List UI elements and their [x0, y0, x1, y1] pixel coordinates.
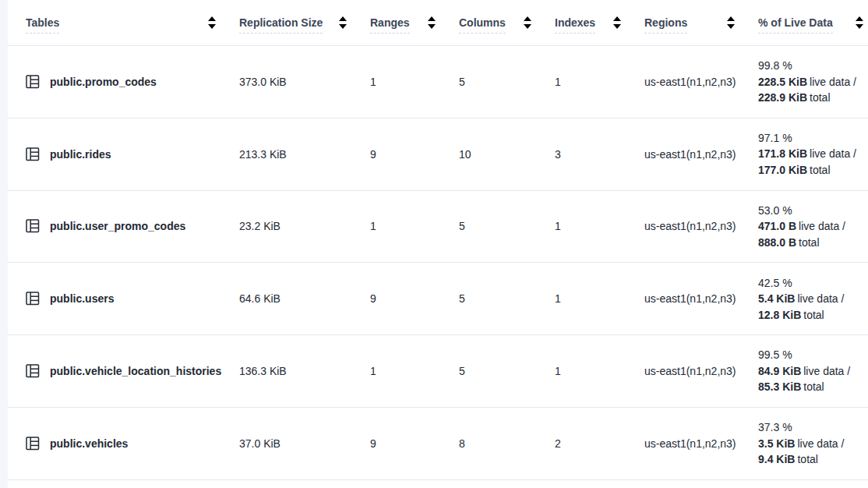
regions-cell: us-east1(n1,n2,n3) — [644, 292, 758, 305]
column-header-pct-live-data[interactable]: % of Live Data — [758, 12, 868, 34]
sort-icon[interactable] — [524, 16, 531, 29]
live-data-percent: 99.5 % — [758, 347, 865, 363]
live-data-cell: 53.0 % 471.0 Blive data / 888.0 Btotal — [758, 203, 868, 251]
table-name: public.vehicle_location_histories — [50, 365, 221, 377]
columns-cell: 8 — [459, 437, 555, 450]
live-data-amount: 3.5 KiBlive data / — [758, 436, 865, 452]
table-header-row: Tables Replication Size Ranges Columns I… — [8, 0, 868, 46]
column-label: Columns — [459, 16, 506, 34]
replication-size-cell: 213.3 KiB — [239, 148, 370, 161]
replication-size-cell: 23.2 KiB — [239, 220, 370, 232]
table-row[interactable]: public.users 64.6 KiB 9 5 1 us-east1(n1,… — [8, 263, 868, 335]
column-header-ranges[interactable]: Ranges — [370, 12, 459, 34]
table-row[interactable]: public.vehicle_location_histories 136.3 … — [8, 335, 868, 408]
indexes-cell: 1 — [555, 220, 644, 232]
columns-cell: 5 — [459, 76, 555, 88]
live-data-percent: 99.8 % — [758, 58, 865, 74]
replication-size-cell: 136.3 KiB — [239, 365, 370, 377]
replication-size-cell: 37.0 KiB — [239, 437, 370, 450]
ranges-cell: 9 — [370, 292, 459, 305]
column-header-tables[interactable]: Tables — [26, 12, 239, 34]
columns-cell: 5 — [459, 292, 555, 305]
table-name-cell[interactable]: public.promo_codes — [26, 75, 239, 89]
column-label: Replication Size — [239, 16, 323, 34]
live-data-percent: 53.0 % — [758, 203, 865, 219]
column-label: Indexes — [555, 16, 595, 34]
table-name-cell[interactable]: public.rides — [26, 147, 239, 161]
column-label: Regions — [644, 16, 687, 34]
sort-icon[interactable] — [856, 16, 863, 29]
columns-cell: 5 — [459, 365, 555, 377]
indexes-cell: 3 — [555, 148, 644, 161]
total-data-amount: 177.0 KiBtotal — [758, 162, 865, 179]
table-name: public.vehicles — [50, 437, 128, 450]
sort-icon[interactable] — [428, 16, 436, 29]
regions-cell: us-east1(n1,n2,n3) — [644, 437, 758, 450]
indexes-cell: 1 — [555, 76, 644, 88]
ranges-cell: 9 — [370, 437, 459, 450]
regions-cell: us-east1(n1,n2,n3) — [644, 220, 758, 232]
table-name-cell[interactable]: public.vehicles — [26, 437, 239, 451]
table-row[interactable]: public.vehicles 37.0 KiB 9 8 2 us-east1(… — [8, 408, 868, 480]
column-header-indexes[interactable]: Indexes — [555, 12, 644, 34]
table-icon — [26, 437, 40, 451]
indexes-cell: 1 — [555, 292, 644, 305]
table-name-cell[interactable]: public.vehicle_location_histories — [26, 364, 239, 378]
sort-icon[interactable] — [339, 16, 347, 29]
indexes-cell: 2 — [555, 437, 644, 450]
column-header-regions[interactable]: Regions — [644, 12, 758, 34]
table-icon — [26, 292, 40, 306]
replication-size-cell: 373.0 KiB — [239, 76, 370, 88]
live-data-amount: 228.5 KiBlive data / — [758, 74, 865, 90]
live-data-amount: 171.8 KiBlive data / — [758, 146, 865, 162]
table-name: public.promo_codes — [50, 76, 157, 88]
total-data-amount: 9.4 KiBtotal — [758, 451, 865, 468]
live-data-cell: 37.3 % 3.5 KiBlive data / 9.4 KiBtotal — [758, 419, 868, 468]
total-data-amount: 228.9 KiBtotal — [758, 90, 865, 106]
column-header-replication-size[interactable]: Replication Size — [239, 12, 370, 34]
table-icon — [26, 147, 40, 161]
ranges-cell: 9 — [370, 148, 459, 161]
indexes-cell: 1 — [555, 365, 644, 377]
sort-icon[interactable] — [613, 16, 621, 29]
column-header-columns[interactable]: Columns — [459, 12, 555, 34]
table-row[interactable]: public.rides 213.3 KiB 9 10 3 us-east1(n… — [8, 118, 868, 191]
table-icon — [26, 219, 40, 233]
table-icon — [26, 364, 40, 378]
sort-icon[interactable] — [727, 16, 735, 29]
total-data-amount: 12.8 KiBtotal — [758, 307, 865, 324]
replication-size-cell: 64.6 KiB — [239, 292, 370, 305]
live-data-cell: 97.1 % 171.8 KiBlive data / 177.0 KiBtot… — [758, 130, 868, 179]
column-label: Ranges — [370, 16, 410, 34]
regions-cell: us-east1(n1,n2,n3) — [644, 365, 758, 377]
ranges-cell: 1 — [370, 365, 459, 377]
live-data-cell: 99.5 % 84.9 KiBlive data / 85.3 KiBtotal — [758, 347, 868, 395]
regions-cell: us-east1(n1,n2,n3) — [644, 76, 758, 88]
ranges-cell: 1 — [370, 76, 459, 88]
live-data-amount: 471.0 Blive data / — [758, 218, 865, 235]
live-data-amount: 84.9 KiBlive data / — [758, 363, 865, 380]
sort-icon[interactable] — [208, 16, 216, 29]
table-row[interactable]: public.promo_codes 373.0 KiB 1 5 1 us-ea… — [8, 46, 868, 118]
tables-list-card: Tables Replication Size Ranges Columns I… — [8, 0, 868, 488]
table-icon — [26, 75, 40, 89]
table-row[interactable]: public.user_promo_codes 23.2 KiB 1 5 1 u… — [8, 191, 868, 263]
live-data-percent: 42.5 % — [758, 275, 865, 292]
total-data-amount: 85.3 KiBtotal — [758, 379, 865, 395]
total-data-amount: 888.0 Btotal — [758, 235, 865, 251]
ranges-cell: 1 — [370, 220, 459, 232]
live-data-percent: 97.1 % — [758, 130, 865, 147]
table-name: public.user_promo_codes — [50, 220, 185, 232]
table-name-cell[interactable]: public.user_promo_codes — [26, 219, 239, 233]
live-data-amount: 5.4 KiBlive data / — [758, 291, 865, 307]
live-data-cell: 99.8 % 228.5 KiBlive data / 228.9 KiBtot… — [758, 58, 868, 106]
columns-cell: 5 — [459, 220, 555, 232]
table-name: public.users — [50, 292, 114, 305]
live-data-cell: 42.5 % 5.4 KiBlive data / 12.8 KiBtotal — [758, 275, 868, 324]
column-label: % of Live Data — [758, 16, 833, 34]
columns-cell: 10 — [459, 148, 555, 161]
table-name: public.rides — [50, 148, 111, 161]
live-data-percent: 37.3 % — [758, 419, 865, 436]
regions-cell: us-east1(n1,n2,n3) — [644, 148, 758, 161]
table-name-cell[interactable]: public.users — [26, 292, 239, 306]
